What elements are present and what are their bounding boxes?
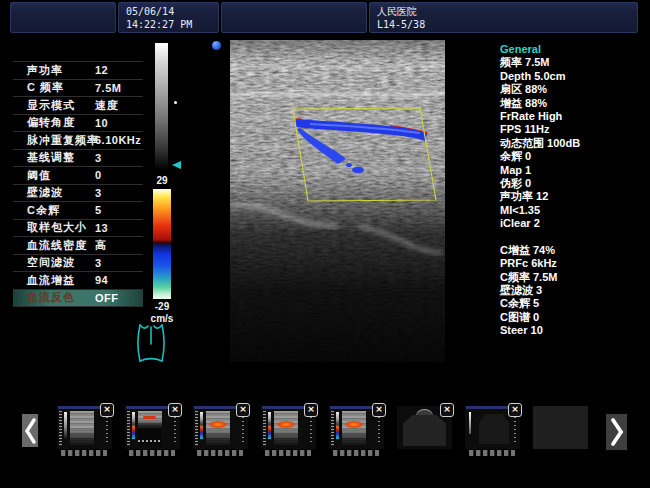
parameter-row[interactable]: 偏转角度10: [13, 114, 143, 132]
info-line: C增益 74%: [500, 244, 648, 257]
mini-text-column: [59, 411, 62, 446]
info-line: 频率 7.5M: [500, 56, 648, 69]
mini-text-column: [195, 411, 198, 446]
parameter-value: 10: [95, 117, 108, 129]
parameter-label: 声功率: [27, 63, 63, 78]
info-line: Steer 10: [500, 324, 648, 337]
parameter-value: 94: [95, 274, 108, 286]
thumbnail[interactable]: ×: [397, 406, 452, 449]
thumbnail-close-button[interactable]: ×: [100, 403, 114, 417]
mini-colorbar: [64, 412, 67, 439]
probe-orientation-marker: [212, 41, 221, 50]
parameter-row[interactable]: 空间滤波3: [13, 254, 143, 272]
parameter-row[interactable]: C余辉5: [13, 201, 143, 219]
mini-image: [342, 411, 366, 445]
parameter-row[interactable]: 基线调整3: [13, 149, 143, 167]
parameter-value: OFF: [95, 292, 119, 304]
mini-colorbar: [268, 412, 271, 439]
mini-text-column: [514, 413, 516, 442]
thumbnail-caption: [197, 450, 243, 456]
info-line: 伪彩 0: [500, 177, 648, 190]
thumbnail[interactable]: ×: [57, 406, 112, 449]
thumbnail[interactable]: ×: [193, 406, 248, 449]
velocity-min-label: -29: [145, 301, 179, 312]
mini-text-column: [263, 411, 266, 446]
parameter-value: 速度: [95, 98, 118, 113]
parameter-row[interactable]: 壁滤波3: [13, 184, 143, 202]
probe-body-shape: [403, 415, 446, 446]
parameter-label: 壁滤波: [27, 185, 63, 200]
parameter-row[interactable]: 声功率12: [13, 61, 143, 79]
mini-image: [70, 411, 94, 445]
parameter-label: C 频率: [27, 80, 64, 95]
info-line: 壁滤波 3: [500, 284, 648, 297]
thumbnail[interactable]: ×: [261, 406, 316, 449]
mini-doppler-blob: [209, 421, 227, 428]
info-line: Depth 5.0cm: [500, 70, 648, 83]
thumbnail[interactable]: ×: [329, 406, 384, 449]
parameter-label: 偏转角度: [27, 115, 75, 130]
parameter-row[interactable]: 血流反色OFF: [13, 289, 143, 307]
thumbnail-close-button[interactable]: ×: [440, 403, 454, 417]
mini-image: [206, 411, 230, 445]
parameter-value: 5: [95, 204, 102, 216]
mini-image: [274, 411, 298, 445]
parameter-row[interactable]: 取样包大小13: [13, 219, 143, 237]
info-line: FrRate High: [500, 110, 648, 123]
info-line: MI<1.35: [500, 204, 648, 217]
next-thumbnails-button[interactable]: [606, 414, 627, 450]
logo-area: [10, 2, 116, 33]
parameter-value: 12: [95, 64, 108, 76]
scale-pointer-icon: [172, 161, 181, 169]
parameter-label: 基线调整: [27, 150, 75, 165]
mini-colorbar: [336, 412, 339, 439]
info-line: 增益 88%: [500, 97, 648, 110]
parameter-row[interactable]: 脉冲重复频率6.10KHz: [13, 131, 143, 149]
thumbnail-close-button[interactable]: ×: [168, 403, 182, 417]
parameter-value: 7.5M: [95, 82, 121, 94]
probe-neck-shape: [416, 409, 433, 416]
thumbnail-close-button[interactable]: ×: [304, 403, 318, 417]
info-line: FPS 11Hz: [500, 123, 648, 136]
thumbnail-caption: [265, 450, 311, 456]
parameter-label: 空间滤波: [27, 255, 75, 270]
thumbnail-close-button[interactable]: ×: [508, 403, 522, 417]
parameter-row[interactable]: C 频率7.5M: [13, 79, 143, 97]
parameter-row[interactable]: 阈值0: [13, 166, 143, 184]
parameter-row[interactable]: 血流线密度高: [13, 236, 143, 254]
mini-text-column: [310, 413, 312, 442]
prev-thumbnails-button[interactable]: [22, 414, 38, 447]
ultrasound-system-screen: 05/06/14 14:22:27 PM 人民医院 L14-5/38 声功率12…: [0, 0, 650, 488]
mini-spectrum-area: [138, 429, 162, 445]
info-line: 余辉 0: [500, 150, 648, 163]
thumbnail-caption: [333, 450, 379, 456]
parameter-value: 高: [95, 238, 107, 253]
velocity-max-label: 29: [145, 175, 179, 186]
ultrasound-image[interactable]: [230, 40, 445, 362]
section-title: General: [500, 43, 648, 56]
info-line: PRFc 6kHz: [500, 257, 648, 270]
info-line: 扇区 88%: [500, 83, 648, 96]
info-section: C增益 74%PRFc 6kHzC频率 7.5M壁滤波 3C余辉 5C图谱 0S…: [500, 244, 648, 338]
thumbnail-close-button[interactable]: ×: [236, 403, 250, 417]
thumbnail-close-button[interactable]: ×: [372, 403, 386, 417]
mini-doppler-blob: [277, 421, 295, 428]
thumbnail[interactable]: [533, 406, 588, 449]
parameter-label: 血流增益: [27, 273, 75, 288]
parameter-label: 脉冲重复频率: [27, 133, 99, 148]
chevron-left-icon: [24, 418, 36, 444]
mini-text-column: [331, 411, 334, 446]
parameter-value: 3: [95, 187, 102, 199]
mini-bright-column: [469, 412, 471, 434]
parameter-label: 阈值: [27, 168, 51, 183]
hospital-panel: 人民医院 L14-5/38: [369, 2, 638, 33]
thumbnail-caption: [61, 450, 107, 456]
chevron-right-icon: [610, 417, 624, 447]
info-line: C频率 7.5M: [500, 271, 648, 284]
parameter-row[interactable]: 显示模式速度: [13, 96, 143, 114]
thumbnail[interactable]: ×: [465, 406, 520, 449]
thumbnail[interactable]: ×: [125, 406, 180, 449]
info-line: C图谱 0: [500, 311, 648, 324]
parameter-row[interactable]: 血流增益94: [13, 271, 143, 289]
parameter-label: 血流线密度: [27, 238, 87, 253]
